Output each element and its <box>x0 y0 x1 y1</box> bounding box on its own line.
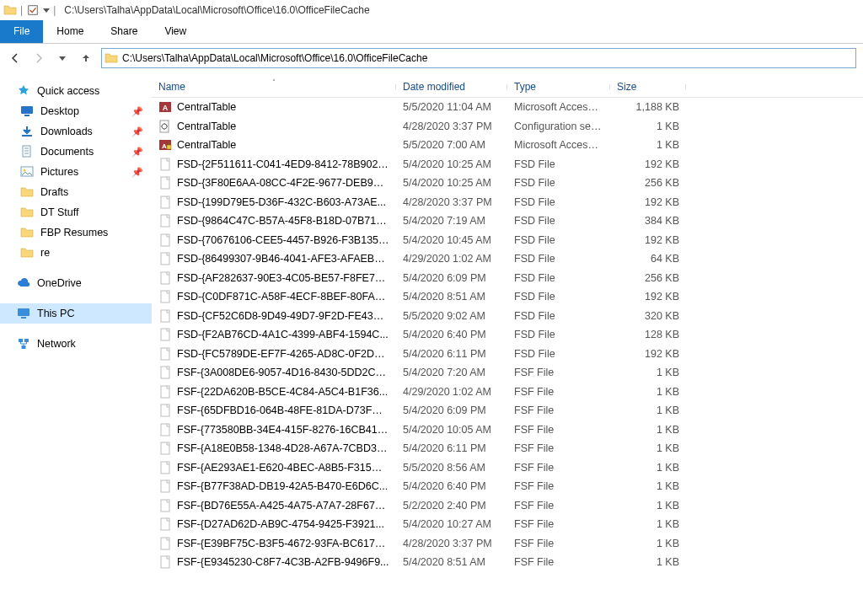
nav-dt-stuff[interactable]: DT Stuff <box>0 202 152 222</box>
nav-desktop[interactable]: Desktop 📌 <box>0 101 152 121</box>
svg-point-6 <box>24 169 26 172</box>
file-size: 1 KB <box>610 139 686 151</box>
column-label: Type <box>514 81 536 93</box>
file-row[interactable]: FSD-{C0DF871C-A58F-4ECF-8BEF-80FA3...5/4… <box>152 287 863 307</box>
svg-rect-28 <box>161 329 169 340</box>
file-icon <box>158 423 172 437</box>
file-row[interactable]: FSF-{D27AD62D-AB9C-4754-9425-F3921...5/4… <box>152 515 863 534</box>
file-row[interactable]: ACentralTable5/5/2020 11:04 AMMicrosoft … <box>152 98 863 117</box>
nav-re[interactable]: re <box>0 243 152 263</box>
tab-file[interactable]: File <box>0 20 43 43</box>
file-name: FSD-{199D79E5-D36F-432C-B603-A73AE... <box>177 196 386 208</box>
column-date-modified[interactable]: Date modified <box>396 81 507 93</box>
file-row[interactable]: FSF-{773580BB-34E4-415F-8276-16CB411...5… <box>152 420 863 440</box>
nav-label: Desktop <box>40 105 79 117</box>
properties-icon[interactable] <box>26 3 40 17</box>
file-row[interactable]: FSD-{3F80E6AA-08CC-4F2E-9677-DEB977...5/… <box>152 174 863 193</box>
file-row[interactable]: FSD-{2F511611-C041-4ED9-8412-78B9027...5… <box>152 155 863 174</box>
nav-network[interactable]: Network <box>0 334 152 354</box>
file-row[interactable]: FSF-{B77F38AD-DB19-42A5-B470-E6D6C...5/4… <box>152 477 863 496</box>
nav-downloads[interactable]: Downloads 📌 <box>0 121 152 142</box>
nav-quick-access[interactable]: Quick access <box>0 81 152 101</box>
column-size[interactable]: Size <box>610 81 686 93</box>
nav-pictures[interactable]: Pictures 📌 <box>0 162 152 182</box>
file-row[interactable]: FSD-{FC5789DE-EF7F-4265-AD8C-0F2DF1...5/… <box>152 345 863 364</box>
svg-rect-8 <box>21 317 26 319</box>
file-row[interactable]: FSD-{AF282637-90E3-4C05-BE57-F8FE734...5… <box>152 269 863 288</box>
title-bar: | | C:\Users\Talha\AppData\Local\Microso… <box>0 0 863 20</box>
navigation-pane: Quick access Desktop 📌 Downloads 📌 Docum… <box>0 72 152 616</box>
nav-label: Downloads <box>40 126 93 137</box>
file-row[interactable]: FSF-{E39BF75C-B3F5-4672-93FA-BC617D...4/… <box>152 534 863 554</box>
file-date: 4/28/2020 3:37 PM <box>396 121 507 132</box>
address-bar[interactable] <box>101 48 856 68</box>
file-row[interactable]: FSD-{CF52C6D8-9D49-49D7-9F2D-FE4331...5/… <box>152 307 863 326</box>
file-row[interactable]: CentralTable4/28/2020 3:37 PMConfigurati… <box>152 117 863 137</box>
file-row[interactable]: FSF-{E9345230-C8F7-4C3B-A2FB-9496F9...5/… <box>152 553 863 572</box>
file-size: 192 KB <box>610 291 686 303</box>
file-row[interactable]: FSF-{3A008DE6-9057-4D16-8430-5DD2C9...5/… <box>152 363 863 383</box>
tab-share[interactable]: Share <box>97 20 151 43</box>
nav-fbp-resumes[interactable]: FBP Resumes <box>0 222 152 243</box>
file-name: FSD-{CF52C6D8-9D49-49D7-9F2D-FE4331... <box>177 310 389 322</box>
file-type: FSD File <box>507 196 610 208</box>
folder-icon <box>20 226 34 239</box>
tab-view[interactable]: View <box>151 20 200 43</box>
file-name: FSD-{70676106-CEE5-4457-B926-F3B1356... <box>177 234 389 246</box>
file-row[interactable]: FSD-{9864C47C-B57A-45F8-B18D-07B719...5/… <box>152 212 863 231</box>
file-name: FSD-{86499307-9B46-4041-AFE3-AFAEBD... <box>177 253 389 265</box>
svg-rect-27 <box>161 310 169 322</box>
file-icon <box>158 385 172 399</box>
qat-dropdown-icon[interactable] <box>43 4 50 16</box>
file-name: FSD-{F2AB76CD-4A1C-4399-ABF4-1594C... <box>177 329 389 340</box>
file-size: 1 KB <box>610 500 686 512</box>
file-type: FSD File <box>507 215 610 227</box>
file-date: 4/29/2020 1:02 AM <box>396 386 507 398</box>
file-type: FSF File <box>507 424 610 436</box>
column-name[interactable]: Name˄ <box>152 81 396 93</box>
column-label: Date modified <box>403 81 465 93</box>
file-row[interactable]: FSD-{F2AB76CD-4A1C-4399-ABF4-1594C...5/4… <box>152 325 863 345</box>
file-row[interactable]: FSF-{A18E0B58-1348-4D28-A67A-7CBD34...5/… <box>152 439 863 458</box>
file-date: 5/4/2020 6:09 PM <box>396 272 507 284</box>
file-type: Microsoft Access ... <box>507 139 610 151</box>
file-row[interactable]: ACentralTable5/5/2020 7:00 AMMicrosoft A… <box>152 136 863 155</box>
file-row[interactable]: FSF-{22DA620B-B5CE-4C84-A5C4-B1F36...4/2… <box>152 383 863 402</box>
address-input[interactable] <box>121 51 855 66</box>
back-button[interactable] <box>7 50 24 67</box>
file-size: 128 KB <box>610 329 686 340</box>
file-icon <box>158 252 172 265</box>
up-button[interactable] <box>78 50 94 67</box>
nav-drafts[interactable]: Drafts <box>0 182 152 202</box>
nav-label: OneDrive <box>37 277 82 289</box>
file-row[interactable]: FSF-{BD76E55A-A425-4A75-A7A7-28F673...5/… <box>152 496 863 516</box>
folder-icon <box>3 3 17 17</box>
nav-documents[interactable]: Documents 📌 <box>0 142 152 162</box>
nav-this-pc[interactable]: This PC <box>0 303 152 324</box>
file-row[interactable]: FSD-{70676106-CEE5-4457-B926-F3B1356...5… <box>152 231 863 250</box>
file-row[interactable]: FSF-{AE293AE1-E620-4BEC-A8B5-F315C0...5/… <box>152 458 863 478</box>
file-row[interactable]: FSD-{199D79E5-D36F-432C-B603-A73AE...4/2… <box>152 193 863 212</box>
file-date: 5/5/2020 8:56 AM <box>396 462 507 474</box>
file-name: FSD-{FC5789DE-EF7F-4265-AD8C-0F2DF1... <box>177 348 389 360</box>
svg-text:A: A <box>162 142 167 150</box>
file-date: 5/5/2020 7:00 AM <box>396 139 507 151</box>
file-size: 1 KB <box>610 518 686 530</box>
file-date: 5/4/2020 8:51 AM <box>396 291 507 303</box>
file-row[interactable]: FSD-{86499307-9B46-4041-AFE3-AFAEBD...4/… <box>152 249 863 269</box>
file-name: FSF-{B77F38AD-DB19-42A5-B470-E6D6C... <box>177 480 388 492</box>
nav-onedrive[interactable]: OneDrive <box>0 273 152 293</box>
forward-button[interactable] <box>30 50 47 67</box>
tab-home[interactable]: Home <box>43 20 97 43</box>
recent-locations-dropdown[interactable] <box>54 50 71 67</box>
column-type[interactable]: Type <box>507 81 610 93</box>
svg-rect-1 <box>21 106 33 114</box>
svg-rect-29 <box>161 348 169 360</box>
nav-label: Documents <box>40 146 94 158</box>
file-size: 1 KB <box>610 462 686 474</box>
file-icon <box>158 214 172 228</box>
file-date: 5/4/2020 10:25 AM <box>396 177 507 189</box>
file-row[interactable]: FSF-{65DFBD16-064B-48FE-81DA-D73FE1...5/… <box>152 401 863 420</box>
file-icon <box>158 517 172 531</box>
folder-icon <box>20 246 34 260</box>
